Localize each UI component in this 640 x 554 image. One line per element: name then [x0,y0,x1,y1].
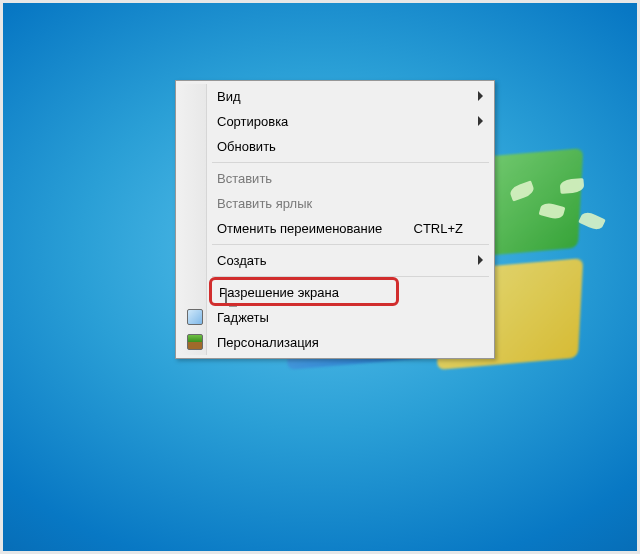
menu-item-gadgets[interactable]: Гаджеты [179,305,491,330]
menu-item-label: Создать [217,253,266,268]
menu-separator [212,162,489,163]
menu-item-screen-resolution[interactable]: Разрешение экрана [179,280,491,305]
menu-item-paste: Вставить [179,166,491,191]
personalize-icon [187,334,203,350]
chevron-right-icon [478,255,483,265]
menu-item-personalize[interactable]: Персонализация [179,330,491,355]
menu-item-shortcut: CTRL+Z [414,216,463,241]
menu-item-label: Вставить [217,171,272,186]
desktop-context-menu: Вид Сортировка Обновить Вставить Вставит… [175,80,495,359]
menu-item-label: Гаджеты [217,310,269,325]
menu-item-paste-shortcut: Вставить ярлык [179,191,491,216]
menu-item-sort[interactable]: Сортировка [179,109,491,134]
chevron-right-icon [478,91,483,101]
menu-item-label: Обновить [217,139,276,154]
menu-item-label: Персонализация [217,335,319,350]
menu-separator [212,276,489,277]
menu-separator [212,244,489,245]
menu-item-label: Сортировка [217,114,288,129]
menu-item-label: Разрешение экрана [219,285,339,300]
menu-item-label: Вид [217,89,241,104]
menu-item-label: Отменить переименование [217,221,382,236]
monitor-icon [225,288,227,305]
menu-item-refresh[interactable]: Обновить [179,134,491,159]
menu-item-undo-rename[interactable]: Отменить переименование CTRL+Z [179,216,491,241]
leaf-decoration [500,174,620,254]
gadgets-icon [187,309,203,325]
menu-item-new[interactable]: Создать [179,248,491,273]
chevron-right-icon [478,116,483,126]
desktop-background[interactable]: Вид Сортировка Обновить Вставить Вставит… [0,0,640,554]
menu-item-label: Вставить ярлык [217,196,312,211]
menu-item-view[interactable]: Вид [179,84,491,109]
